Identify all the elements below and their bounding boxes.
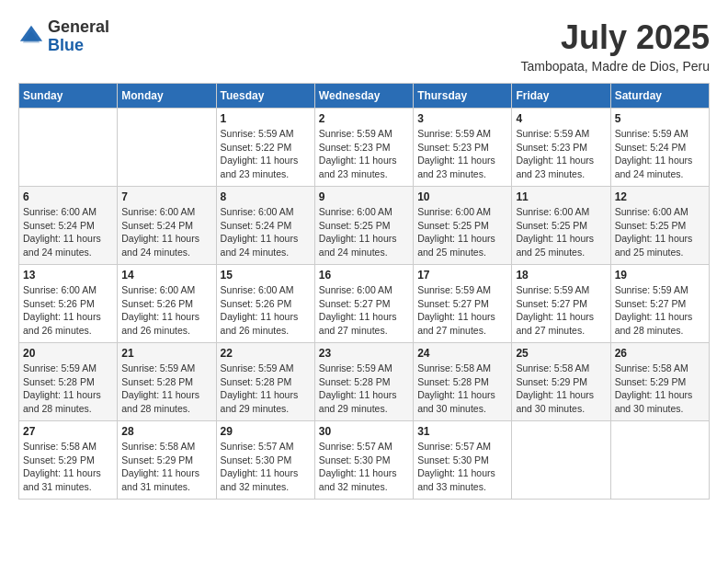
cell-week4-day3: 23Sunrise: 5:59 AM Sunset: 5:28 PM Dayli… <box>314 343 413 421</box>
day-info: Sunrise: 5:59 AM Sunset: 5:28 PM Dayligh… <box>319 362 409 416</box>
day-info: Sunrise: 5:59 AM Sunset: 5:27 PM Dayligh… <box>615 283 705 338</box>
day-info: Sunrise: 6:00 AM Sunset: 5:24 PM Dayligh… <box>121 205 211 259</box>
day-number: 3 <box>417 112 507 125</box>
cell-week2-day4: 10Sunrise: 6:00 AM Sunset: 5:25 PM Dayli… <box>414 187 512 265</box>
header-thursday: Thursday <box>414 84 512 109</box>
day-info: Sunrise: 6:00 AM Sunset: 5:24 PM Dayligh… <box>23 205 113 259</box>
cell-week1-day3: 2Sunrise: 5:59 AM Sunset: 5:23 PM Daylig… <box>314 109 413 187</box>
cell-week4-day2: 22Sunrise: 5:59 AM Sunset: 5:28 PM Dayli… <box>216 343 314 421</box>
day-number: 15 <box>221 269 311 282</box>
cell-week2-day3: 9Sunrise: 6:00 AM Sunset: 5:25 PM Daylig… <box>314 187 413 265</box>
cell-week5-day4: 31Sunrise: 5:57 AM Sunset: 5:30 PM Dayli… <box>414 421 512 500</box>
calendar-body: 1Sunrise: 5:59 AM Sunset: 5:22 PM Daylig… <box>19 109 710 500</box>
cell-week4-day1: 21Sunrise: 5:59 AM Sunset: 5:28 PM Dayli… <box>118 343 216 421</box>
day-info: Sunrise: 5:59 AM Sunset: 5:24 PM Dayligh… <box>615 127 705 181</box>
week-row-1: 1Sunrise: 5:59 AM Sunset: 5:22 PM Daylig… <box>19 109 710 187</box>
day-info: Sunrise: 5:59 AM Sunset: 5:28 PM Dayligh… <box>23 362 113 416</box>
day-info: Sunrise: 5:59 AM Sunset: 5:27 PM Dayligh… <box>516 283 606 338</box>
day-number: 22 <box>221 347 311 360</box>
day-number: 20 <box>23 347 113 360</box>
header-monday: Monday <box>118 84 216 109</box>
day-number: 28 <box>121 425 211 438</box>
day-number: 4 <box>516 112 606 125</box>
header-wednesday: Wednesday <box>314 84 413 109</box>
cell-week3-day1: 14Sunrise: 6:00 AM Sunset: 5:26 PM Dayli… <box>118 265 216 343</box>
logo-general-text: General <box>48 18 109 37</box>
week-row-3: 13Sunrise: 6:00 AM Sunset: 5:26 PM Dayli… <box>19 265 710 343</box>
cell-week5-day1: 28Sunrise: 5:58 AM Sunset: 5:29 PM Dayli… <box>118 421 216 500</box>
day-info: Sunrise: 5:57 AM Sunset: 5:30 PM Dayligh… <box>221 440 311 494</box>
day-number: 31 <box>417 425 507 438</box>
location-subtitle: Tambopata, Madre de Dios, Peru <box>521 59 710 74</box>
day-number: 2 <box>319 112 409 125</box>
week-row-2: 6Sunrise: 6:00 AM Sunset: 5:24 PM Daylig… <box>19 187 710 265</box>
cell-week3-day0: 13Sunrise: 6:00 AM Sunset: 5:26 PM Dayli… <box>19 265 118 343</box>
calendar-header: Sunday Monday Tuesday Wednesday Thursday… <box>19 84 710 109</box>
logo-text: General Blue <box>48 18 109 55</box>
cell-week4-day0: 20Sunrise: 5:59 AM Sunset: 5:28 PM Dayli… <box>19 343 118 421</box>
day-info: Sunrise: 6:00 AM Sunset: 5:25 PM Dayligh… <box>615 205 705 259</box>
cell-week1-day0 <box>19 109 118 187</box>
cell-week5-day2: 29Sunrise: 5:57 AM Sunset: 5:30 PM Dayli… <box>216 421 314 500</box>
logo-icon <box>18 24 44 50</box>
day-info: Sunrise: 6:00 AM Sunset: 5:26 PM Dayligh… <box>121 283 211 338</box>
cell-week2-day5: 11Sunrise: 6:00 AM Sunset: 5:25 PM Dayli… <box>512 187 610 265</box>
day-info: Sunrise: 5:58 AM Sunset: 5:28 PM Dayligh… <box>417 362 507 416</box>
day-number: 30 <box>319 425 409 438</box>
day-info: Sunrise: 5:58 AM Sunset: 5:29 PM Dayligh… <box>516 362 606 416</box>
day-info: Sunrise: 6:00 AM Sunset: 5:26 PM Dayligh… <box>221 283 311 338</box>
cell-week1-day4: 3Sunrise: 5:59 AM Sunset: 5:23 PM Daylig… <box>414 109 512 187</box>
cell-week4-day6: 26Sunrise: 5:58 AM Sunset: 5:29 PM Dayli… <box>610 343 709 421</box>
header-sunday: Sunday <box>19 84 118 109</box>
day-number: 12 <box>615 190 705 203</box>
day-info: Sunrise: 5:58 AM Sunset: 5:29 PM Dayligh… <box>121 440 211 494</box>
cell-week3-day6: 19Sunrise: 5:59 AM Sunset: 5:27 PM Dayli… <box>610 265 709 343</box>
day-number: 5 <box>615 112 705 125</box>
cell-week3-day4: 17Sunrise: 5:59 AM Sunset: 5:27 PM Dayli… <box>414 265 512 343</box>
header-friday: Friday <box>512 84 610 109</box>
header-saturday: Saturday <box>610 84 709 109</box>
day-number: 23 <box>319 347 409 360</box>
cell-week5-day0: 27Sunrise: 5:58 AM Sunset: 5:29 PM Dayli… <box>19 421 118 500</box>
day-number: 21 <box>121 347 211 360</box>
day-info: Sunrise: 5:59 AM Sunset: 5:27 PM Dayligh… <box>417 283 507 338</box>
day-info: Sunrise: 6:00 AM Sunset: 5:25 PM Dayligh… <box>319 205 409 259</box>
cell-week4-day5: 25Sunrise: 5:58 AM Sunset: 5:29 PM Dayli… <box>512 343 610 421</box>
cell-week1-day2: 1Sunrise: 5:59 AM Sunset: 5:22 PM Daylig… <box>216 109 314 187</box>
day-number: 14 <box>121 269 211 282</box>
day-info: Sunrise: 6:00 AM Sunset: 5:25 PM Dayligh… <box>417 205 507 259</box>
week-row-5: 27Sunrise: 5:58 AM Sunset: 5:29 PM Dayli… <box>19 421 710 500</box>
cell-week5-day6 <box>610 421 709 500</box>
day-info: Sunrise: 5:59 AM Sunset: 5:22 PM Dayligh… <box>221 127 311 181</box>
header-tuesday: Tuesday <box>216 84 314 109</box>
day-info: Sunrise: 5:58 AM Sunset: 5:29 PM Dayligh… <box>23 440 113 494</box>
title-block: July 2025 Tambopata, Madre de Dios, Peru <box>521 18 710 74</box>
cell-week2-day0: 6Sunrise: 6:00 AM Sunset: 5:24 PM Daylig… <box>19 187 118 265</box>
cell-week4-day4: 24Sunrise: 5:58 AM Sunset: 5:28 PM Dayli… <box>414 343 512 421</box>
cell-week2-day6: 12Sunrise: 6:00 AM Sunset: 5:25 PM Dayli… <box>610 187 709 265</box>
day-number: 27 <box>23 425 113 438</box>
day-number: 19 <box>615 269 705 282</box>
day-number: 16 <box>319 269 409 282</box>
day-info: Sunrise: 5:59 AM Sunset: 5:23 PM Dayligh… <box>319 127 409 181</box>
day-number: 29 <box>221 425 311 438</box>
cell-week1-day6: 5Sunrise: 5:59 AM Sunset: 5:24 PM Daylig… <box>610 109 709 187</box>
day-number: 13 <box>23 269 113 282</box>
day-number: 18 <box>516 269 606 282</box>
day-number: 6 <box>23 190 113 203</box>
day-info: Sunrise: 5:58 AM Sunset: 5:29 PM Dayligh… <box>615 362 705 416</box>
cell-week2-day2: 8Sunrise: 6:00 AM Sunset: 5:24 PM Daylig… <box>216 187 314 265</box>
cell-week1-day1 <box>118 109 216 187</box>
logo: General Blue <box>18 18 109 55</box>
page-header: General Blue July 2025 Tambopata, Madre … <box>18 18 710 74</box>
day-number: 9 <box>319 190 409 203</box>
cell-week3-day3: 16Sunrise: 6:00 AM Sunset: 5:27 PM Dayli… <box>314 265 413 343</box>
day-info: Sunrise: 5:59 AM Sunset: 5:28 PM Dayligh… <box>121 362 211 416</box>
day-info: Sunrise: 6:00 AM Sunset: 5:27 PM Dayligh… <box>319 283 409 338</box>
day-number: 1 <box>221 112 311 125</box>
day-info: Sunrise: 6:00 AM Sunset: 5:26 PM Dayligh… <box>23 283 113 338</box>
day-info: Sunrise: 5:59 AM Sunset: 5:23 PM Dayligh… <box>417 127 507 181</box>
cell-week5-day5 <box>512 421 610 500</box>
day-number: 26 <box>615 347 705 360</box>
day-number: 10 <box>417 190 507 203</box>
